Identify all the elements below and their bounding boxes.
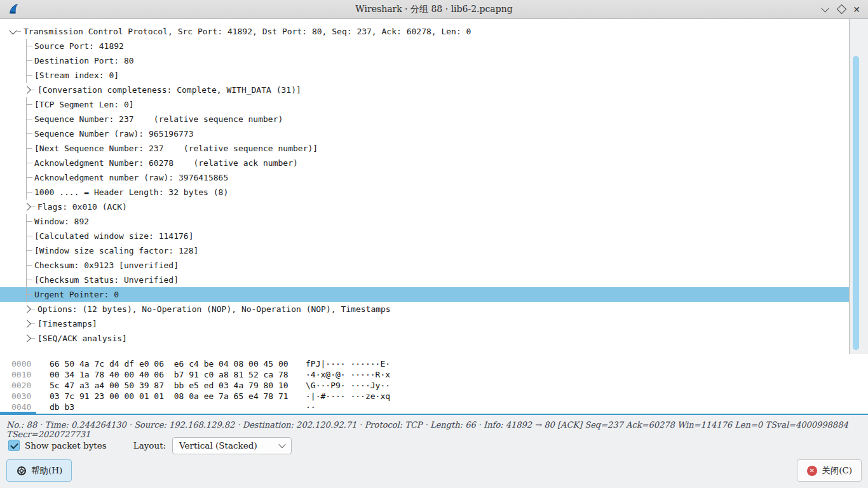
window-close-button[interactable]: ✕ xyxy=(849,0,864,18)
hex-bytes[interactable]: 03 7c 91 23 00 00 01 01 08 0a ee 7a 65 e… xyxy=(41,391,301,402)
checkmark-icon xyxy=(10,441,18,449)
tree-row[interactable]: Sequence Number (raw): 965196773 xyxy=(0,126,849,141)
layout-dropdown[interactable]: Vertical (Stacked) xyxy=(172,437,292,454)
close-icon: ✕ xyxy=(853,5,860,14)
tree-row[interactable]: [Calculated window size: 114176] xyxy=(0,229,849,243)
tree-row[interactable]: [Timestamps] xyxy=(0,316,849,331)
tree-guide xyxy=(26,112,34,126)
tree-guide xyxy=(26,214,34,229)
hex-ascii[interactable]: ·4·x@·@· ·····R·x xyxy=(301,369,390,380)
hex-row[interactable]: 0020 5c 47 a3 a4 00 50 39 87 bb e5 ed 03… xyxy=(0,380,868,391)
packet-bytes-pane: 0000 66 50 4a 7c d4 df e0 06 e6 c4 be 04… xyxy=(0,354,868,414)
tree-row[interactable]: [Window size scaling factor: 128] xyxy=(0,243,849,258)
help-lifebuoy-icon xyxy=(16,465,27,476)
bytes-pane-tab-indicator xyxy=(0,412,36,415)
tree-guide xyxy=(26,273,34,287)
tree-row-label: [SEQ/ACK analysis] xyxy=(37,334,127,343)
tree-row-label: Transmission Control Protocol, Src Port:… xyxy=(24,27,471,36)
expander-icon[interactable] xyxy=(23,83,31,97)
hex-ascii[interactable]: fPJ|···· ······E· xyxy=(301,358,390,369)
maximize-button[interactable] xyxy=(834,0,849,18)
tree-row-label: Window: 892 xyxy=(34,217,89,226)
tree-row[interactable]: [Next Sequence Number: 237 (relative seq… xyxy=(0,141,849,156)
tree-guide xyxy=(26,243,34,258)
tree-guide xyxy=(26,68,34,83)
tree-row[interactable]: Flags: 0x010 (ACK) xyxy=(0,200,849,214)
tree-row[interactable]: [TCP Segment Len: 0] xyxy=(0,97,849,112)
hex-offset: 0040 xyxy=(0,402,41,412)
tree-row-label: Flags: 0x010 (ACK) xyxy=(37,202,127,212)
hex-row[interactable]: 0010 00 34 1a 78 40 00 40 06 b7 91 c0 a8… xyxy=(0,369,868,380)
show-packet-bytes-checkbox[interactable] xyxy=(8,440,20,451)
tree-row[interactable]: Window: 892 xyxy=(0,214,849,229)
tree-row[interactable]: Checksum: 0x9123 [unverified] xyxy=(0,258,849,273)
hex-ascii[interactable]: ·|·#···· ···ze·xq xyxy=(301,391,390,402)
layout-label: Layout: xyxy=(133,440,166,451)
hex-offset: 0030 xyxy=(0,391,41,402)
expander-icon[interactable] xyxy=(23,331,31,346)
tree-row-label: [Stream index: 0] xyxy=(34,71,119,80)
tree-row[interactable]: [Stream index: 0] xyxy=(0,68,849,83)
tree-row[interactable]: [SEQ/ACK analysis] xyxy=(0,331,849,346)
tree-guide xyxy=(26,287,34,302)
close-red-icon: ✕ xyxy=(806,465,817,476)
tree-guide xyxy=(26,39,34,53)
hex-offset: 0010 xyxy=(0,369,41,380)
tree-guide xyxy=(26,258,34,273)
maximize-icon xyxy=(836,4,846,15)
tree-row-label: Acknowledgment number (raw): 3976415865 xyxy=(34,173,228,182)
hex-bytes[interactable]: db b3 xyxy=(41,402,301,412)
tree-row[interactable]: Source Port: 41892 xyxy=(0,39,849,53)
expander-icon[interactable] xyxy=(23,200,31,214)
expander-icon[interactable] xyxy=(23,302,31,316)
tree-scrollbar-track[interactable] xyxy=(850,19,868,354)
tree-row[interactable]: Urgent Pointer: 0 xyxy=(0,287,849,302)
hex-ascii[interactable]: \G···P9· ····Jy·· xyxy=(301,380,390,391)
tree-row-label: 1000 .... = Header Length: 32 bytes (8) xyxy=(34,187,228,197)
tree-row[interactable]: [Checksum Status: Unverified] xyxy=(0,273,849,287)
hex-bytes[interactable]: 66 50 4a 7c d4 df e0 06 e6 c4 be 04 08 0… xyxy=(41,358,301,369)
hex-bytes[interactable]: 00 34 1a 78 40 00 40 06 b7 91 c0 a8 81 5… xyxy=(41,369,301,380)
tree-row[interactable]: Options: (12 bytes), No-Operation (NOP),… xyxy=(0,302,849,316)
bytes-pane-divider xyxy=(0,414,868,415)
hex-row[interactable]: 0040 db b3 ·· xyxy=(0,402,868,412)
tree-guide xyxy=(26,53,34,68)
hex-row[interactable]: 0000 66 50 4a 7c d4 df e0 06 e6 c4 be 04… xyxy=(0,358,868,369)
packet-detail-dialog: Wireshark · 分组 88 · lib6-2.pcapng ✕ Tran… xyxy=(0,0,868,488)
tree-row-label: Destination Port: 80 xyxy=(34,56,134,65)
tree-row-label: [Next Sequence Number: 237 (relative seq… xyxy=(34,144,318,153)
tree-scrollbar-thumb[interactable] xyxy=(853,56,859,350)
help-button-label: 帮助(H) xyxy=(31,465,62,477)
expander-icon[interactable] xyxy=(23,316,31,331)
help-button[interactable]: 帮助(H) xyxy=(6,459,72,482)
hex-bytes[interactable]: 5c 47 a3 a4 00 50 39 87 bb e5 ed 03 4a 7… xyxy=(41,380,301,391)
title-bar: Wireshark · 分组 88 · lib6-2.pcapng ✕ xyxy=(0,0,868,19)
tree-row[interactable]: Transmission Control Protocol, Src Port:… xyxy=(0,24,849,39)
layout-dropdown-value: Vertical (Stacked) xyxy=(179,440,257,451)
tree-row-label: Sequence Number (raw): 965196773 xyxy=(34,129,193,139)
tree-guide xyxy=(26,156,34,170)
tree-row-label: Options: (12 bytes), No-Operation (NOP),… xyxy=(37,304,391,314)
hex-ascii[interactable]: ·· xyxy=(301,402,316,412)
tree-row-label: Checksum: 0x9123 [unverified] xyxy=(34,261,179,270)
tree-row[interactable]: [Conversation completeness: Complete, WI… xyxy=(0,83,849,97)
tree-row-label: [Conversation completeness: Complete, WI… xyxy=(37,85,301,95)
hex-row[interactable]: 0030 03 7c 91 23 00 00 01 01 08 0a ee 7a… xyxy=(0,391,868,402)
dialog-controls-row: Show packet bytes Layout: Vertical (Stac… xyxy=(0,435,868,456)
tree-row[interactable]: 1000 .... = Header Length: 32 bytes (8) xyxy=(0,185,849,200)
tree-row[interactable]: Sequence Number: 237 (relative sequence … xyxy=(0,112,849,126)
tree-guide xyxy=(17,31,21,32)
tree-row[interactable]: Destination Port: 80 xyxy=(0,53,849,68)
hex-offset: 0000 xyxy=(0,358,41,369)
close-button-label: 关闭(C) xyxy=(822,465,852,477)
tree-row[interactable]: Acknowledgment Number: 60278 (relative a… xyxy=(0,156,849,170)
minimize-button[interactable] xyxy=(817,0,832,18)
hex-offset: 0020 xyxy=(0,380,41,391)
tree-guide xyxy=(26,141,34,156)
close-button[interactable]: ✕ 关闭(C) xyxy=(797,459,862,482)
tree-row[interactable]: Acknowledgment number (raw): 3976415865 xyxy=(0,170,849,185)
tree-row-label: [Checksum Status: Unverified] xyxy=(34,275,179,285)
expander-icon[interactable] xyxy=(9,24,17,39)
tree-row-label: Source Port: 41892 xyxy=(34,41,124,51)
tree-row-label: Acknowledgment Number: 60278 (relative a… xyxy=(34,158,298,168)
